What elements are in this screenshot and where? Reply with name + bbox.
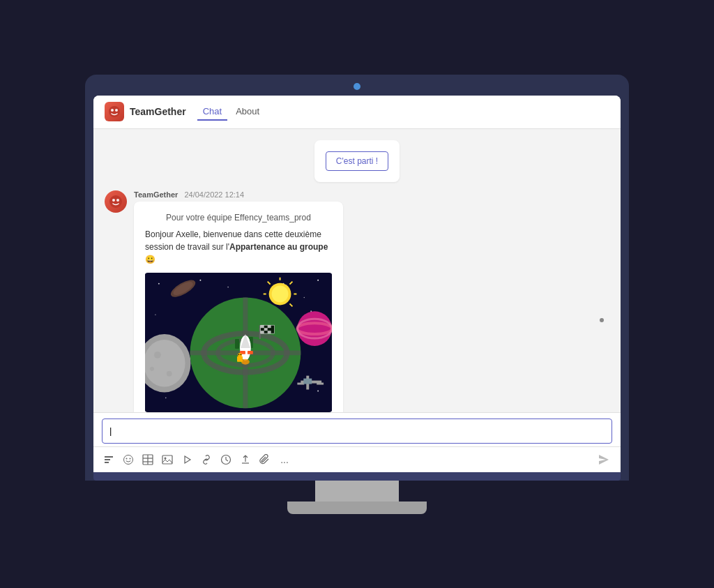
- svg-rect-40: [261, 325, 264, 328]
- message-meta: TeamGether 24/04/2022 12:14: [134, 190, 609, 199]
- svg-point-2: [115, 109, 118, 112]
- main-message-card: Pour votre équipe Effency_teams_prod Bon…: [134, 202, 343, 412]
- sender-name: TeamGether: [134, 190, 178, 199]
- emoji-icon[interactable]: [121, 453, 135, 467]
- table-icon[interactable]: [141, 453, 155, 467]
- svg-point-67: [124, 455, 133, 464]
- team-label: Pour votre équipe Effency_teams_prod: [145, 213, 332, 223]
- image-icon[interactable]: [160, 453, 174, 467]
- message-text-bold: Appartenance au groupe: [229, 242, 328, 252]
- input-field-wrapper: [93, 413, 621, 447]
- svg-point-17: [165, 397, 167, 398]
- svg-point-69: [130, 458, 131, 459]
- sender-avatar: [105, 190, 127, 213]
- monitor-stand-neck: [315, 481, 399, 502]
- svg-point-23: [150, 366, 154, 370]
- toolbar: ...: [93, 447, 621, 472]
- space-illustration: [145, 273, 332, 412]
- monitor-wrapper: TeamGether Chat About C'est parti !: [85, 75, 629, 514]
- svg-point-20: [145, 340, 185, 386]
- svg-rect-29: [235, 339, 239, 349]
- message-timestamp: 24/04/2022 12:14: [184, 190, 244, 199]
- app-logo: [105, 102, 124, 121]
- svg-point-13: [317, 279, 319, 280]
- format-icon[interactable]: [102, 453, 116, 467]
- monitor-body: TeamGether Chat About C'est parti !: [85, 75, 629, 481]
- svg-rect-62: [297, 382, 304, 384]
- svg-point-68: [126, 458, 128, 459]
- svg-point-1: [111, 109, 114, 112]
- svg-point-57: [297, 311, 332, 346]
- play-icon[interactable]: [180, 453, 194, 467]
- monitor-camera: [354, 83, 360, 90]
- tab-about[interactable]: About: [230, 103, 265, 121]
- svg-marker-76: [185, 456, 190, 463]
- input-area: ...: [93, 412, 621, 472]
- message-text-emoji: 😀: [145, 255, 155, 264]
- clock-icon[interactable]: [219, 453, 233, 467]
- svg-rect-45: [237, 356, 243, 361]
- svg-point-48: [241, 354, 242, 355]
- svg-rect-64: [303, 378, 312, 384]
- svg-point-10: [227, 286, 229, 287]
- cest-parti-button[interactable]: C'est parti !: [326, 151, 388, 171]
- upload-icon[interactable]: [238, 453, 252, 467]
- svg-point-7: [158, 282, 160, 284]
- app-header: TeamGether Chat About: [93, 96, 621, 129]
- monitor-screen: TeamGether Chat About C'est parti !: [93, 96, 621, 472]
- chat-area: C'est parti ! TeamGether: [93, 129, 621, 412]
- svg-rect-63: [317, 382, 324, 384]
- svg-rect-44: [268, 331, 271, 333]
- svg-rect-35: [248, 350, 253, 354]
- svg-rect-37: [259, 325, 261, 339]
- link-icon[interactable]: [199, 453, 213, 467]
- message-text: Bonjour Axelle, bienvenue dans cette deu…: [145, 228, 332, 266]
- tab-chat[interactable]: Chat: [197, 103, 227, 121]
- monitor-stand-base: [287, 502, 427, 514]
- more-icon[interactable]: ...: [278, 453, 291, 467]
- monitor-bottom-bar: [93, 472, 621, 481]
- svg-point-9: [199, 279, 201, 280]
- app-title: TeamGether: [130, 106, 186, 117]
- svg-point-22: [167, 370, 172, 376]
- svg-point-0: [109, 106, 120, 117]
- svg-point-50: [272, 285, 289, 302]
- message-input[interactable]: [102, 419, 612, 444]
- svg-point-4: [112, 199, 115, 202]
- svg-marker-78: [599, 455, 609, 465]
- svg-point-18: [317, 390, 319, 391]
- svg-point-5: [116, 199, 119, 202]
- svg-point-14: [155, 314, 156, 315]
- message-content: TeamGether 24/04/2022 12:14 Pour votre é…: [134, 190, 609, 412]
- svg-point-75: [165, 457, 167, 459]
- first-message-card: C'est parti !: [314, 140, 400, 182]
- svg-rect-74: [162, 455, 172, 464]
- clip-icon[interactable]: [258, 453, 272, 467]
- svg-point-47: [238, 354, 240, 355]
- svg-point-3: [109, 195, 122, 208]
- main-message-row: TeamGether 24/04/2022 12:14 Pour votre é…: [105, 190, 609, 412]
- nav-tabs: Chat About: [197, 103, 265, 121]
- svg-rect-42: [264, 328, 268, 331]
- svg-point-21: [154, 351, 161, 358]
- send-button[interactable]: [595, 451, 612, 468]
- svg-rect-41: [268, 325, 271, 328]
- dot-indicator: [600, 318, 604, 322]
- svg-point-12: [304, 296, 305, 298]
- svg-rect-43: [261, 331, 264, 333]
